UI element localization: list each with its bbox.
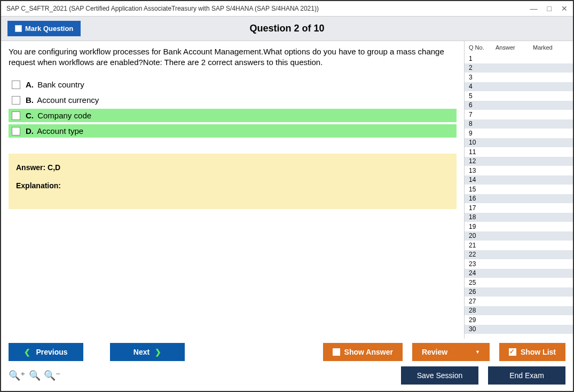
question-list-row[interactable]: 6 [465,101,573,110]
question-list-row[interactable]: 8 [465,119,573,129]
row-qno: 7 [469,111,496,118]
row-qno: 8 [469,120,496,127]
question-list-row[interactable]: 17 [465,203,573,213]
row-qno: 11 [469,148,496,156]
row-qno: 9 [469,130,496,137]
question-list-row[interactable]: 15 [465,185,573,194]
window-title: SAP C_S4FTR_2021 (SAP Certified Applicat… [6,5,530,12]
row-qno: 3 [469,74,496,81]
question-list-row[interactable]: 3 [465,73,573,82]
row-qno: 10 [469,139,496,146]
question-list-panel: Q No. Answer Marked 12345678910111213141… [464,41,573,339]
option-letter: D. [26,126,34,135]
row-qno: 26 [469,288,496,295]
checkbox-checked-icon [509,348,516,356]
close-icon[interactable]: ✕ [561,4,568,13]
zoom-reset-icon[interactable]: 🔍 [29,370,41,381]
row-qno: 25 [469,279,496,286]
question-list-row[interactable]: 9 [465,129,573,138]
row-qno: 21 [469,242,496,249]
option-letter: B. [26,95,34,105]
explanation-label: Explanation: [16,181,449,190]
question-list-row[interactable]: 20 [465,231,573,241]
question-list-row[interactable]: 27 [465,297,573,306]
chevron-left-icon: ❮ [24,348,30,356]
answer-explanation-box: Answer: C,D Explanation: [9,154,457,209]
question-list-row[interactable]: 22 [465,250,573,260]
answer-option[interactable]: C. Company code [9,109,457,122]
next-button[interactable]: Next ❯ [110,343,185,361]
chevron-down-icon: ▼ [475,349,480,355]
question-list-row[interactable]: 28 [465,306,573,316]
row-qno: 28 [469,307,496,314]
review-dropdown[interactable]: Review ▼ [412,343,490,361]
question-list-row[interactable]: 21 [465,241,573,250]
row-qno: 20 [469,232,496,239]
minimize-icon[interactable]: — [530,4,538,13]
answer-option[interactable]: A. Bank country [9,78,457,91]
row-qno: 16 [469,195,496,202]
option-text: Bank country [37,80,84,89]
row-qno: 5 [469,92,496,100]
save-session-button[interactable]: Save Session [401,366,478,385]
row-qno: 2 [469,64,496,71]
col-header-answer: Answer [496,44,533,51]
question-list-row[interactable]: 12 [465,157,573,166]
row-qno: 13 [469,167,496,174]
show-list-label: Show List [521,348,556,356]
mark-question-label: Mark Question [25,25,73,33]
checkbox-icon[interactable] [12,96,20,105]
option-letter: C. [26,111,34,120]
question-list-row[interactable]: 26 [465,287,573,297]
show-answer-button[interactable]: Show Answer [323,343,403,361]
zoom-in-icon[interactable]: 🔍⁺ [9,370,26,381]
option-text: Account type [37,126,83,135]
row-qno: 15 [469,186,496,193]
question-list-row[interactable]: 25 [465,278,573,287]
row-qno: 29 [469,316,496,324]
show-list-button[interactable]: Show List [499,343,565,361]
previous-label: Previous [36,348,67,356]
question-counter: Question 2 of 10 [249,23,324,34]
question-list-row[interactable]: 11 [465,147,573,157]
checkbox-icon [15,25,22,32]
question-list-row[interactable]: 13 [465,166,573,175]
mark-question-button[interactable]: Mark Question [7,21,81,36]
question-list-row[interactable]: 10 [465,138,573,148]
col-header-marked: Marked [533,44,571,51]
question-list-row[interactable]: 23 [465,259,573,269]
row-qno: 22 [469,251,496,258]
end-exam-button[interactable]: End Exam [488,366,565,385]
row-qno: 18 [469,213,496,221]
question-list-row[interactable]: 2 [465,63,573,73]
previous-button[interactable]: ❮ Previous [9,343,83,361]
question-list-row[interactable]: 5 [465,91,573,101]
question-list-row[interactable]: 30 [465,325,573,334]
row-qno: 14 [469,176,496,183]
review-label: Review [422,348,447,356]
question-list-row[interactable]: 4 [465,82,573,92]
option-letter: A. [26,80,34,89]
row-qno: 6 [469,101,496,109]
row-qno: 23 [469,260,496,268]
maximize-icon[interactable]: □ [547,4,552,13]
option-text: Company code [37,111,91,120]
question-list-row[interactable]: 7 [465,110,573,119]
question-list-row[interactable]: 19 [465,222,573,231]
answer-option[interactable]: B. Account currency [9,93,457,107]
answer-option[interactable]: D. Account type [9,124,457,138]
row-qno: 27 [469,298,496,305]
checkbox-icon[interactable] [12,111,20,120]
question-list-row[interactable]: 24 [465,269,573,278]
checkbox-icon[interactable] [12,127,20,135]
row-qno: 12 [469,157,496,165]
checkbox-icon[interactable] [12,81,20,89]
question-list-row[interactable]: 1 [465,54,573,63]
question-list-row[interactable]: 14 [465,175,573,185]
question-list-row[interactable]: 18 [465,213,573,222]
zoom-out-icon[interactable]: 🔍⁻ [44,370,61,381]
question-list-row[interactable]: 16 [465,194,573,204]
row-qno: 30 [469,325,496,333]
row-qno: 4 [469,83,496,90]
question-list-row[interactable]: 29 [465,315,573,325]
